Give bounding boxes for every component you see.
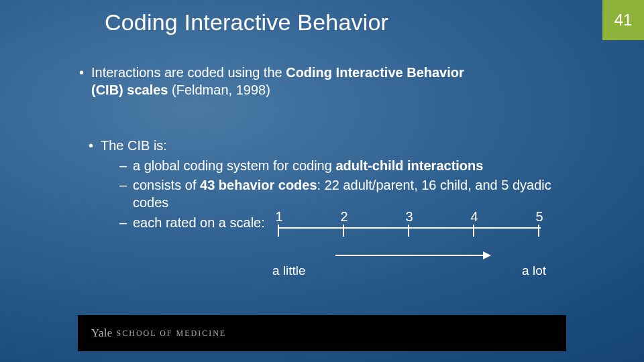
scale-low-anchor: a little (272, 263, 306, 278)
page-number: 41 (614, 11, 633, 29)
scale-high-anchor: a lot (522, 263, 546, 278)
rating-scale-diagram: 1 2 3 4 5 a little a lot (268, 209, 550, 278)
scale-tick-mark (473, 225, 474, 237)
scale-tick-mark (538, 225, 539, 237)
scale-direction-arrow-icon (335, 255, 490, 256)
text: a global coding system for coding (133, 158, 335, 173)
slide-body: Interactions are coded using the Coding … (79, 64, 577, 231)
scale-tick-labels: 1 2 3 4 5 (268, 209, 550, 225)
text: consists of (133, 178, 200, 192)
scale-tick: 2 (337, 209, 351, 225)
bullet-level2: consists of 43 behavior codes: 22 adult/… (119, 177, 576, 211)
footer-bar: Yale SCHOOL OF MEDICINE (78, 315, 566, 351)
bullet-level2: a global coding system for coding adult-… (119, 158, 576, 175)
slide-title: Coding Interactive Behavior (105, 9, 388, 36)
scale-axis (268, 226, 550, 243)
text: (Feldman, 1998) (168, 82, 270, 97)
text-bold: adult-child interactions (335, 158, 483, 173)
text: each rated on a scale: (133, 215, 265, 230)
scale-axis-line (278, 227, 541, 229)
page-number-badge: 41 (602, 0, 644, 40)
text: Interactions are coded using the (91, 65, 286, 80)
scale-tick-mark (278, 225, 279, 237)
footer-subtitle: SCHOOL OF MEDICINE (117, 328, 227, 339)
text-bold: 43 behavior codes (200, 178, 317, 192)
scale-tick: 5 (533, 209, 546, 225)
scale-tick: 3 (402, 209, 416, 225)
footer-brand: Yale (91, 326, 113, 340)
bullet-level1: The CIB is: (89, 137, 577, 155)
scale-anchor-labels: a little a lot (268, 263, 550, 278)
text: The CIB is: (101, 138, 167, 153)
bullet-level1: Interactions are coded using the Coding … (79, 64, 495, 99)
scale-tick: 4 (468, 209, 481, 225)
scale-tick-mark (343, 225, 344, 237)
scale-tick-mark (408, 225, 409, 237)
slide: Coding Interactive Behavior 41 Interacti… (0, 0, 644, 362)
scale-tick: 1 (272, 209, 286, 225)
